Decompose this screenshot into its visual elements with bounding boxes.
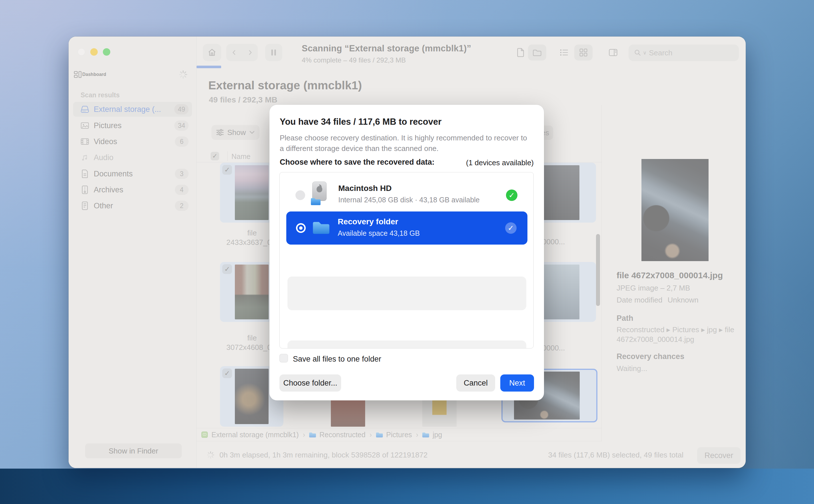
next-button[interactable]: Next: [500, 374, 534, 392]
recovery-folder-icon: [312, 219, 331, 237]
device-info: Internal 245,08 GB disk · 43,18 GB avail…: [338, 196, 480, 204]
choose-folder-button[interactable]: Choose folder...: [280, 374, 341, 392]
save-to-one-folder-checkbox[interactable]: [280, 354, 288, 362]
device-list-placeholder: [288, 277, 526, 310]
macintosh-hd-icon: [311, 182, 328, 206]
save-to-one-folder-label: Save all files to one folder: [293, 355, 381, 364]
dialog-description: Please choose recovery destination. It i…: [280, 133, 532, 154]
radio-unselected[interactable]: [296, 190, 305, 200]
device-name: Macintosh HD: [338, 184, 392, 193]
dialog-title: You have 34 files / 117,6 MB to recover: [280, 117, 441, 127]
destination-device-list: Macintosh HD Internal 245,08 GB disk · 4…: [280, 172, 534, 348]
devices-available-label: (1 devices available): [466, 158, 534, 167]
app-window: Dashboard Scan results External storage …: [69, 37, 746, 468]
recovery-destination-dialog: You have 34 files / 117,6 MB to recover …: [270, 105, 544, 400]
device-list-placeholder: [288, 340, 526, 348]
device-selected-check-icon: ✓: [505, 222, 516, 234]
choose-destination-label: Choose where to save the recovered data:: [280, 158, 435, 167]
cancel-button[interactable]: Cancel: [456, 374, 495, 392]
device-row-recovery-folder[interactable]: Recovery folder Available space 43,18 GB…: [286, 211, 527, 245]
radio-selected[interactable]: [296, 223, 306, 233]
device-info: Available space 43,18 GB: [338, 229, 420, 237]
device-ok-check-icon: ✓: [506, 189, 517, 201]
desktop-wallpaper-bottom-band: [0, 469, 814, 504]
device-name: Recovery folder: [338, 217, 398, 226]
